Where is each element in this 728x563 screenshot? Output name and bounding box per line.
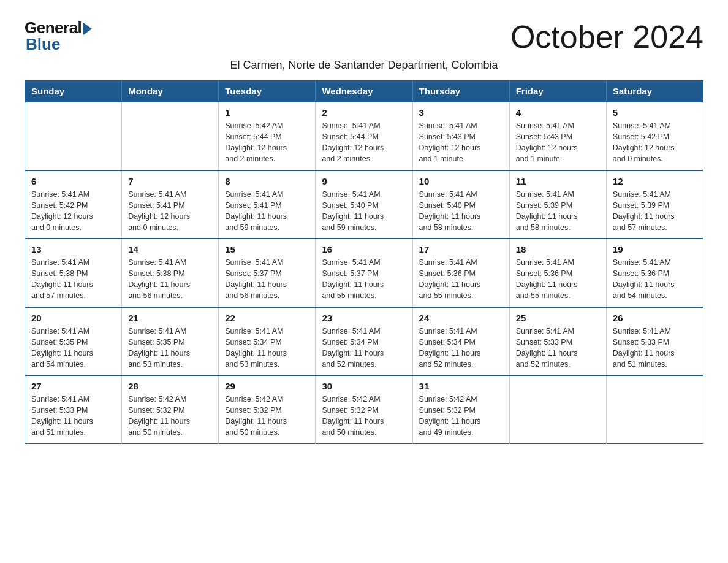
day-info: Sunrise: 5:41 AM Sunset: 5:39 PM Dayligh…	[516, 189, 600, 234]
day-number: 15	[225, 244, 309, 255]
day-number: 5	[613, 107, 697, 118]
day-number: 25	[516, 313, 600, 323]
calendar-cell	[25, 102, 122, 170]
day-number: 3	[419, 107, 503, 118]
day-info: Sunrise: 5:41 AM Sunset: 5:36 PM Dayligh…	[516, 257, 600, 302]
calendar-cell: 30Sunrise: 5:42 AM Sunset: 5:32 PM Dayli…	[316, 375, 412, 443]
day-info: Sunrise: 5:41 AM Sunset: 5:43 PM Dayligh…	[419, 120, 503, 165]
calendar-cell: 10Sunrise: 5:41 AM Sunset: 5:40 PM Dayli…	[412, 170, 509, 239]
day-number: 7	[128, 176, 212, 186]
day-number: 19	[613, 244, 697, 255]
day-number: 18	[516, 244, 600, 255]
logo: General Blue	[25, 18, 92, 54]
day-info: Sunrise: 5:41 AM Sunset: 5:35 PM Dayligh…	[128, 326, 212, 370]
day-info: Sunrise: 5:41 AM Sunset: 5:42 PM Dayligh…	[31, 189, 115, 234]
calendar-cell: 23Sunrise: 5:41 AM Sunset: 5:34 PM Dayli…	[316, 307, 412, 376]
logo-blue-text: Blue	[26, 35, 60, 54]
weekday-header: Monday	[122, 81, 219, 102]
calendar-cell: 16Sunrise: 5:41 AM Sunset: 5:37 PM Dayli…	[316, 239, 412, 307]
day-info: Sunrise: 5:41 AM Sunset: 5:44 PM Dayligh…	[322, 120, 406, 165]
day-number: 10	[419, 176, 503, 186]
weekday-header: Thursday	[412, 81, 509, 102]
day-info: Sunrise: 5:42 AM Sunset: 5:32 PM Dayligh…	[225, 394, 309, 439]
page-title: October 2024	[510, 18, 703, 55]
day-info: Sunrise: 5:41 AM Sunset: 5:37 PM Dayligh…	[322, 257, 406, 302]
calendar-week-row: 6Sunrise: 5:41 AM Sunset: 5:42 PM Daylig…	[25, 170, 703, 239]
day-info: Sunrise: 5:41 AM Sunset: 5:34 PM Dayligh…	[322, 326, 406, 370]
calendar-cell: 4Sunrise: 5:41 AM Sunset: 5:43 PM Daylig…	[509, 102, 606, 170]
calendar-cell: 15Sunrise: 5:41 AM Sunset: 5:37 PM Dayli…	[219, 239, 316, 307]
day-number: 6	[31, 176, 115, 186]
day-number: 1	[225, 107, 309, 118]
calendar-cell: 3Sunrise: 5:41 AM Sunset: 5:43 PM Daylig…	[412, 102, 509, 170]
calendar-cell: 19Sunrise: 5:41 AM Sunset: 5:36 PM Dayli…	[606, 239, 703, 307]
day-number: 2	[322, 107, 406, 118]
day-number: 31	[419, 381, 503, 391]
day-number: 22	[225, 313, 309, 323]
weekday-header: Friday	[509, 81, 606, 102]
day-info: Sunrise: 5:41 AM Sunset: 5:33 PM Dayligh…	[516, 326, 600, 370]
calendar-cell: 14Sunrise: 5:41 AM Sunset: 5:38 PM Dayli…	[122, 239, 219, 307]
day-info: Sunrise: 5:41 AM Sunset: 5:38 PM Dayligh…	[128, 257, 212, 302]
calendar-cell: 27Sunrise: 5:41 AM Sunset: 5:33 PM Dayli…	[25, 375, 122, 443]
calendar-cell	[509, 375, 606, 443]
day-number: 21	[128, 313, 212, 323]
calendar-cell: 2Sunrise: 5:41 AM Sunset: 5:44 PM Daylig…	[316, 102, 412, 170]
day-info: Sunrise: 5:41 AM Sunset: 5:33 PM Dayligh…	[31, 394, 115, 439]
calendar-cell: 12Sunrise: 5:41 AM Sunset: 5:39 PM Dayli…	[606, 170, 703, 239]
day-info: Sunrise: 5:42 AM Sunset: 5:32 PM Dayligh…	[322, 394, 406, 439]
day-info: Sunrise: 5:42 AM Sunset: 5:44 PM Dayligh…	[225, 120, 309, 165]
day-info: Sunrise: 5:41 AM Sunset: 5:42 PM Dayligh…	[613, 120, 697, 165]
calendar-cell: 1Sunrise: 5:42 AM Sunset: 5:44 PM Daylig…	[219, 102, 316, 170]
calendar-cell: 29Sunrise: 5:42 AM Sunset: 5:32 PM Dayli…	[219, 375, 316, 443]
day-info: Sunrise: 5:41 AM Sunset: 5:34 PM Dayligh…	[419, 326, 503, 370]
day-info: Sunrise: 5:41 AM Sunset: 5:40 PM Dayligh…	[322, 189, 406, 234]
day-number: 12	[613, 176, 697, 186]
day-info: Sunrise: 5:41 AM Sunset: 5:36 PM Dayligh…	[613, 257, 697, 302]
day-number: 16	[322, 244, 406, 255]
calendar-cell: 13Sunrise: 5:41 AM Sunset: 5:38 PM Dayli…	[25, 239, 122, 307]
day-info: Sunrise: 5:41 AM Sunset: 5:35 PM Dayligh…	[31, 326, 115, 370]
day-info: Sunrise: 5:41 AM Sunset: 5:39 PM Dayligh…	[613, 189, 697, 234]
day-number: 4	[516, 107, 600, 118]
calendar-week-row: 27Sunrise: 5:41 AM Sunset: 5:33 PM Dayli…	[25, 375, 703, 443]
day-info: Sunrise: 5:41 AM Sunset: 5:37 PM Dayligh…	[225, 257, 309, 302]
calendar-cell: 25Sunrise: 5:41 AM Sunset: 5:33 PM Dayli…	[509, 307, 606, 376]
calendar-cell: 8Sunrise: 5:41 AM Sunset: 5:41 PM Daylig…	[219, 170, 316, 239]
weekday-header: Wednesday	[316, 81, 412, 102]
calendar-cell: 24Sunrise: 5:41 AM Sunset: 5:34 PM Dayli…	[412, 307, 509, 376]
calendar-cell	[122, 102, 219, 170]
day-number: 20	[31, 313, 115, 323]
day-number: 9	[322, 176, 406, 186]
day-info: Sunrise: 5:41 AM Sunset: 5:33 PM Dayligh…	[613, 326, 697, 370]
day-number: 23	[322, 313, 406, 323]
calendar-header-row: SundayMondayTuesdayWednesdayThursdayFrid…	[25, 81, 703, 102]
day-info: Sunrise: 5:41 AM Sunset: 5:36 PM Dayligh…	[419, 257, 503, 302]
calendar-cell: 21Sunrise: 5:41 AM Sunset: 5:35 PM Dayli…	[122, 307, 219, 376]
day-number: 24	[419, 313, 503, 323]
day-number: 13	[31, 244, 115, 255]
weekday-header: Sunday	[25, 81, 122, 102]
day-number: 29	[225, 381, 309, 391]
day-info: Sunrise: 5:41 AM Sunset: 5:41 PM Dayligh…	[225, 189, 309, 234]
calendar-cell: 28Sunrise: 5:42 AM Sunset: 5:32 PM Dayli…	[122, 375, 219, 443]
calendar-cell: 20Sunrise: 5:41 AM Sunset: 5:35 PM Dayli…	[25, 307, 122, 376]
calendar-cell: 9Sunrise: 5:41 AM Sunset: 5:40 PM Daylig…	[316, 170, 412, 239]
calendar-week-row: 20Sunrise: 5:41 AM Sunset: 5:35 PM Dayli…	[25, 307, 703, 376]
calendar: SundayMondayTuesdayWednesdayThursdayFrid…	[25, 80, 703, 444]
day-info: Sunrise: 5:41 AM Sunset: 5:43 PM Dayligh…	[516, 120, 600, 165]
day-number: 26	[613, 313, 697, 323]
calendar-week-row: 1Sunrise: 5:42 AM Sunset: 5:44 PM Daylig…	[25, 102, 703, 170]
day-info: Sunrise: 5:42 AM Sunset: 5:32 PM Dayligh…	[419, 394, 503, 439]
day-info: Sunrise: 5:41 AM Sunset: 5:41 PM Dayligh…	[128, 189, 212, 234]
calendar-cell	[606, 375, 703, 443]
calendar-cell: 22Sunrise: 5:41 AM Sunset: 5:34 PM Dayli…	[219, 307, 316, 376]
calendar-cell: 26Sunrise: 5:41 AM Sunset: 5:33 PM Dayli…	[606, 307, 703, 376]
calendar-cell: 11Sunrise: 5:41 AM Sunset: 5:39 PM Dayli…	[509, 170, 606, 239]
calendar-cell: 31Sunrise: 5:42 AM Sunset: 5:32 PM Dayli…	[412, 375, 509, 443]
calendar-cell: 6Sunrise: 5:41 AM Sunset: 5:42 PM Daylig…	[25, 170, 122, 239]
day-info: Sunrise: 5:41 AM Sunset: 5:40 PM Dayligh…	[419, 189, 503, 234]
day-number: 28	[128, 381, 212, 391]
day-number: 8	[225, 176, 309, 186]
calendar-week-row: 13Sunrise: 5:41 AM Sunset: 5:38 PM Dayli…	[25, 239, 703, 307]
